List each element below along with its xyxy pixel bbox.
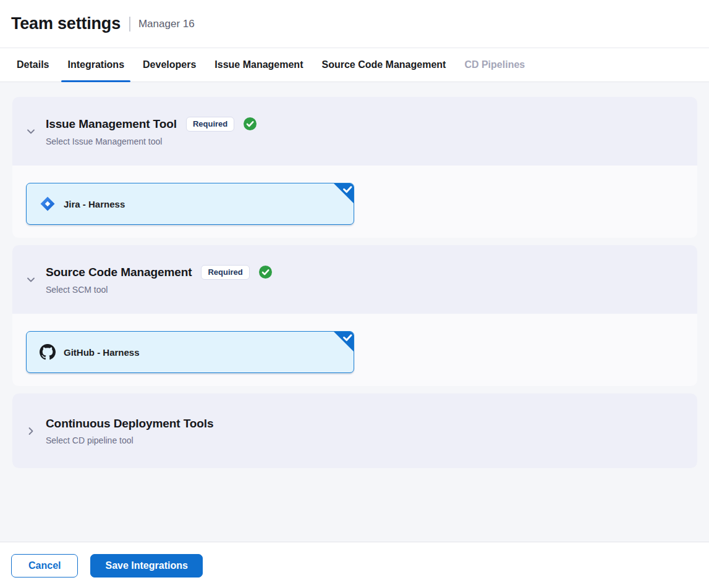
tab-details[interactable]: Details <box>11 48 55 82</box>
tab-source-code-management[interactable]: Source Code Management <box>315 48 452 82</box>
tab-issue-management[interactable]: Issue Management <box>208 48 309 82</box>
required-badge: Required <box>186 117 234 132</box>
section-cd-header[interactable]: Continuous Deployment Tools Select CD pi… <box>12 393 697 468</box>
chevron-down-icon[interactable] <box>26 275 36 285</box>
tool-card-github-harness[interactable]: GitHub - Harness <box>26 331 354 373</box>
chevron-right-icon[interactable] <box>26 426 36 436</box>
tool-name: Jira - Harness <box>64 199 125 209</box>
section-title: Continuous Deployment Tools <box>46 417 213 430</box>
selected-check-icon <box>333 331 354 352</box>
tab-developers[interactable]: Developers <box>137 48 202 82</box>
title-divider <box>129 17 130 32</box>
chevron-down-icon[interactable] <box>26 127 36 136</box>
team-name-label: Manager 16 <box>138 18 195 30</box>
tab-integrations[interactable]: Integrations <box>61 48 130 82</box>
section-title: Issue Management Tool <box>46 117 177 131</box>
section-scm-body: GitHub - Harness <box>12 314 697 386</box>
tool-name: GitHub - Harness <box>64 347 140 358</box>
section-title: Source Code Management <box>46 266 192 279</box>
settings-tabbar: Details Integrations Developers Issue Ma… <box>0 48 709 82</box>
section-continuous-deployment-tools: Continuous Deployment Tools Select CD pi… <box>12 393 697 468</box>
action-footer: Cancel Save Integrations <box>0 542 709 588</box>
section-scm-header[interactable]: Source Code Management Required Select S… <box>12 245 697 314</box>
github-icon <box>40 344 56 360</box>
page-title: Team settings <box>11 14 121 33</box>
section-subtitle: Select CD pipeline tool <box>46 435 213 445</box>
page-header: Team settings Manager 16 <box>0 0 709 48</box>
complete-check-icon <box>259 266 272 279</box>
save-integrations-button[interactable]: Save Integrations <box>90 554 202 578</box>
integrations-panel: Issue Management Tool Required Select Is… <box>0 82 709 542</box>
section-source-code-management: Source Code Management Required Select S… <box>12 245 697 386</box>
jira-icon <box>40 196 56 212</box>
cancel-button[interactable]: Cancel <box>11 554 78 578</box>
section-issue-management-header[interactable]: Issue Management Tool Required Select Is… <box>12 97 697 166</box>
section-subtitle: Select SCM tool <box>46 285 272 295</box>
complete-check-icon <box>244 117 257 130</box>
section-issue-management-body: Jira - Harness <box>12 166 697 238</box>
section-issue-management-tool: Issue Management Tool Required Select Is… <box>12 97 697 238</box>
tab-cd-pipelines[interactable]: CD Pipelines <box>458 48 531 82</box>
required-badge: Required <box>201 265 249 280</box>
tool-card-jira-harness[interactable]: Jira - Harness <box>26 183 354 225</box>
selected-check-icon <box>333 183 354 204</box>
section-subtitle: Select Issue Management tool <box>46 136 257 146</box>
